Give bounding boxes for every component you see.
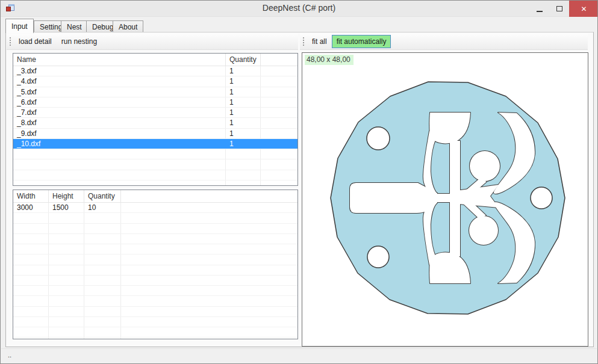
- column-header-width[interactable]: Width: [13, 190, 49, 203]
- tab-strip: Input Settings Nest Debug About: [1, 18, 597, 32]
- close-icon: ✕: [581, 5, 587, 13]
- table-cell: 1: [226, 66, 261, 76]
- table-cell: [84, 265, 121, 275]
- title-bar[interactable]: DeepNest (C# port) ✕: [1, 1, 597, 17]
- app-window: DeepNest (C# port) ✕ Input Settings Nest…: [0, 0, 598, 364]
- table-row[interactable]: [13, 307, 297, 317]
- table-cell: [84, 224, 121, 233]
- right-toolbar: fit all fit automatically: [300, 34, 588, 50]
- table-cell: _10.dxf: [13, 139, 226, 149]
- table-cell: [49, 213, 84, 223]
- table-cell: [84, 286, 121, 295]
- table-row[interactable]: [13, 244, 297, 254]
- table-cell: _3.dxf: [13, 66, 226, 76]
- status-bar: ..: [1, 348, 597, 362]
- table-row[interactable]: _6.dxf1: [13, 97, 297, 108]
- nesting-canvas[interactable]: 48,00 x 48,00: [302, 52, 588, 347]
- column-header-quantity[interactable]: Quantity: [84, 190, 121, 203]
- table-cell: [13, 159, 226, 169]
- maximize-icon: [556, 6, 562, 11]
- table-cell: [49, 307, 84, 316]
- table-cell: 1: [226, 87, 261, 97]
- column-header-height[interactable]: Height: [49, 190, 84, 203]
- table-row[interactable]: [13, 159, 297, 170]
- table-row[interactable]: [13, 265, 297, 276]
- table-cell: [49, 276, 84, 285]
- hole-right: [531, 187, 552, 209]
- parts-list: Name Quantity _3.dxf1_4.dxf1_5.dxf1_6.dx…: [13, 53, 298, 186]
- fit-automatically-button[interactable]: fit automatically: [332, 35, 391, 48]
- table-cell: [84, 244, 121, 254]
- table-row[interactable]: [13, 149, 297, 159]
- sheet-size-label: 48,00 x 48,00: [305, 55, 354, 65]
- toolbar-grip-icon[interactable]: [302, 36, 304, 47]
- table-cell: [49, 265, 84, 275]
- table-cell: 1: [226, 118, 261, 128]
- table-row[interactable]: _3.dxf1: [13, 66, 297, 76]
- table-cell: [49, 327, 84, 337]
- table-row[interactable]: [13, 170, 297, 180]
- table-row[interactable]: [13, 338, 297, 339]
- minimize-icon: [537, 11, 543, 12]
- table-row[interactable]: [13, 296, 297, 306]
- table-cell: [13, 307, 49, 316]
- table-cell: [49, 338, 84, 339]
- tab-about[interactable]: About: [113, 20, 143, 32]
- table-cell: 3000: [13, 203, 49, 212]
- table-cell: [226, 180, 261, 186]
- table-cell: [49, 296, 84, 306]
- table-cell: [49, 234, 84, 244]
- table-cell: [84, 338, 121, 339]
- table-row[interactable]: [13, 213, 297, 223]
- toolbar-grip-icon[interactable]: [8, 36, 11, 47]
- table-row[interactable]: [13, 224, 297, 234]
- table-cell: _9.dxf: [13, 129, 226, 138]
- table-cell: [84, 213, 121, 223]
- table-row[interactable]: _7.dxf1: [13, 108, 297, 118]
- fit-all-button[interactable]: fit all: [307, 35, 332, 48]
- table-row[interactable]: [13, 286, 297, 296]
- left-toolbar: load detail run nesting: [7, 34, 298, 50]
- column-header-quantity[interactable]: Quantity: [226, 54, 261, 66]
- minimize-button[interactable]: [529, 1, 549, 17]
- table-row[interactable]: 3000150010: [13, 203, 297, 213]
- table-row[interactable]: _8.dxf1: [13, 118, 297, 128]
- table-row[interactable]: _5.dxf1: [13, 87, 297, 97]
- table-cell: [13, 149, 226, 159]
- table-cell: [226, 149, 261, 159]
- tab-input[interactable]: Input: [5, 19, 34, 33]
- table-cell: 1: [226, 76, 261, 86]
- column-header-name[interactable]: Name: [13, 54, 226, 66]
- table-row[interactable]: _4.dxf1: [13, 76, 297, 87]
- table-cell: [84, 234, 121, 244]
- run-nesting-button[interactable]: run nesting: [57, 35, 102, 48]
- table-cell: _6.dxf: [13, 97, 226, 107]
- table-row[interactable]: [13, 276, 297, 286]
- status-text: ..: [8, 351, 11, 359]
- table-row[interactable]: [13, 317, 297, 327]
- table-row[interactable]: _9.dxf1: [13, 129, 297, 139]
- table-row[interactable]: _10.dxf1: [13, 139, 297, 149]
- table-row[interactable]: [13, 254, 297, 265]
- table-cell: [84, 276, 121, 285]
- table-cell: [49, 224, 84, 233]
- close-button[interactable]: ✕: [569, 1, 598, 17]
- table-cell: [84, 327, 121, 337]
- table-cell: [13, 224, 49, 233]
- table-cell: 1: [226, 97, 261, 107]
- load-detail-button[interactable]: load detail: [14, 35, 57, 48]
- table-cell: [13, 244, 49, 254]
- table-cell: 1: [226, 139, 261, 149]
- table-cell: [13, 213, 49, 223]
- table-row[interactable]: [13, 180, 297, 186]
- parts-list-header: Name Quantity: [13, 54, 297, 66]
- table-row[interactable]: [13, 327, 297, 338]
- table-cell: [13, 338, 49, 339]
- table-cell: [13, 254, 49, 264]
- table-cell: [13, 286, 49, 295]
- table-row[interactable]: [13, 234, 297, 244]
- table-cell: 10: [84, 203, 121, 212]
- table-cell: [84, 317, 121, 327]
- tab-nest[interactable]: Nest: [61, 20, 88, 32]
- maximize-button[interactable]: [549, 1, 569, 17]
